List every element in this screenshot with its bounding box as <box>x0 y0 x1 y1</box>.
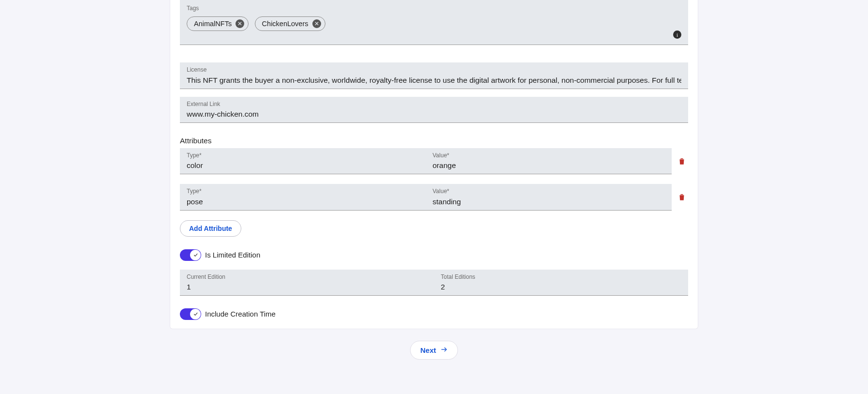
tag-chip-text: ChickenLovers <box>262 20 309 28</box>
arrow-right-icon <box>440 346 448 354</box>
delete-attribute-button[interactable] <box>676 148 688 174</box>
delete-attribute-button[interactable] <box>676 184 688 210</box>
attributes-title: Attributes <box>180 136 688 145</box>
attribute-value-value: standing <box>433 197 665 207</box>
total-editions-field[interactable]: Total Editions 2 <box>434 270 689 296</box>
attribute-type-label: Type* <box>187 152 419 159</box>
limited-edition-toggle[interactable] <box>180 249 201 261</box>
close-icon[interactable]: ✕ <box>312 19 321 28</box>
tags-label: Tags <box>187 5 681 12</box>
attribute-type-value: color <box>187 161 419 171</box>
attribute-value-value: orange <box>433 161 665 171</box>
trash-icon <box>677 156 686 166</box>
limited-edition-row: Is Limited Edition <box>180 249 688 261</box>
limited-edition-label: Is Limited Edition <box>205 251 260 259</box>
external-link-value: www.my-chicken.com <box>187 109 681 120</box>
check-icon <box>193 252 198 258</box>
creation-time-label: Include Creation Time <box>205 310 276 318</box>
tag-chip-text: AnimalNFTs <box>194 20 232 28</box>
attribute-type-field[interactable]: Type* color <box>180 148 426 174</box>
close-icon[interactable]: ✕ <box>235 19 244 28</box>
attribute-type-field[interactable]: Type* pose <box>180 184 426 210</box>
license-field[interactable]: License This NFT grants the buyer a non-… <box>180 62 688 89</box>
license-label: License <box>187 66 681 73</box>
attribute-row: Type* color Value* orange <box>180 148 688 174</box>
trash-icon <box>677 192 686 202</box>
total-editions-value: 2 <box>441 282 682 292</box>
toggle-knob <box>190 250 201 260</box>
attribute-value-label: Value* <box>433 152 665 159</box>
editions-row: Current Edition 1 Total Editions 2 <box>180 270 688 296</box>
info-icon[interactable]: i <box>673 30 681 39</box>
attribute-value-field[interactable]: Value* standing <box>426 184 672 210</box>
attribute-type-value: pose <box>187 197 419 207</box>
attribute-type-label: Type* <box>187 188 419 195</box>
footer-actions: Next <box>170 341 698 360</box>
attribute-row: Type* pose Value* standing <box>180 184 688 210</box>
license-value: This NFT grants the buyer a non-exclusiv… <box>187 76 681 86</box>
creation-time-toggle[interactable] <box>180 308 201 320</box>
check-icon <box>193 311 198 317</box>
current-edition-field[interactable]: Current Edition 1 <box>180 270 434 296</box>
attribute-value-field[interactable]: Value* orange <box>426 148 672 174</box>
tags-chips: AnimalNFTs ✕ ChickenLovers ✕ <box>187 14 681 31</box>
next-button-label: Next <box>420 346 436 354</box>
attribute-value-label: Value* <box>433 188 665 195</box>
external-link-field[interactable]: External Link www.my-chicken.com <box>180 97 688 123</box>
next-button[interactable]: Next <box>410 341 458 360</box>
tag-chip[interactable]: AnimalNFTs ✕ <box>187 16 249 31</box>
current-edition-label: Current Edition <box>187 273 427 280</box>
tags-field[interactable]: Tags AnimalNFTs ✕ ChickenLovers ✕ i <box>180 0 688 45</box>
creation-time-row: Include Creation Time <box>180 308 688 320</box>
add-attribute-button[interactable]: Add Attribute <box>180 220 241 237</box>
tag-chip[interactable]: ChickenLovers ✕ <box>255 16 325 31</box>
external-link-label: External Link <box>187 101 681 107</box>
toggle-knob <box>190 309 201 319</box>
current-edition-value: 1 <box>187 282 427 292</box>
total-editions-label: Total Editions <box>441 273 682 280</box>
form-card: Tags AnimalNFTs ✕ ChickenLovers ✕ i Lice… <box>170 0 698 329</box>
